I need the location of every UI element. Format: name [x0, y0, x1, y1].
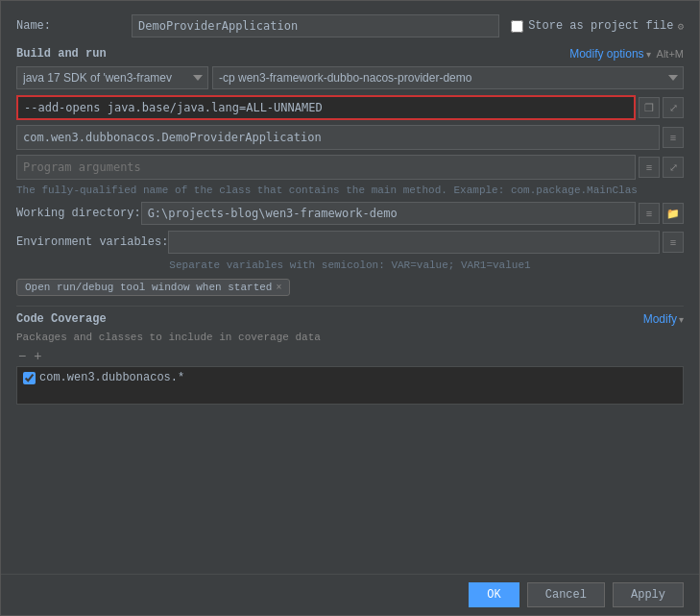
working-dir-input[interactable] — [141, 202, 636, 225]
main-class-copy-icon[interactable]: ≡ — [663, 127, 684, 148]
run-config-dialog: Name: Store as project file ⚙ Build and … — [0, 0, 700, 616]
env-vars-copy-icon[interactable]: ≡ — [663, 232, 684, 253]
vm-options-copy-icon[interactable]: ❐ — [639, 97, 660, 118]
doc-icon-2: ≡ — [646, 161, 652, 173]
modify-options-shortcut: Alt+M — [657, 48, 684, 60]
modify-options-label: Modify options — [569, 47, 643, 61]
coverage-list-item: com.wen3.dubbonacos.* — [23, 371, 677, 384]
name-input[interactable] — [132, 14, 499, 37]
code-coverage-title: Code Coverage — [16, 312, 107, 326]
coverage-item-text: com.wen3.dubbonacos.* — [39, 371, 184, 384]
working-dir-copy-icon[interactable]: ≡ — [639, 203, 660, 224]
coverage-item-checkbox[interactable] — [23, 372, 36, 384]
doc-icon-4: ≡ — [670, 236, 676, 248]
tag-close-button[interactable]: × — [276, 283, 281, 293]
plus-icon: + — [34, 348, 41, 363]
store-project-checkbox[interactable] — [511, 20, 523, 33]
coverage-chevron-icon: ▾ — [679, 314, 684, 325]
doc-icon-3: ≡ — [646, 208, 652, 219]
env-vars-input[interactable] — [168, 231, 660, 254]
name-label: Name: — [16, 19, 132, 33]
gear-icon[interactable]: ⚙ — [677, 20, 684, 33]
coverage-minus-button[interactable]: − — [16, 349, 28, 362]
main-class-input[interactable] — [16, 125, 660, 150]
sdk-dropdown[interactable]: java 17 SDK of 'wen3-framev — [16, 66, 208, 89]
tag-label: Open run/debug tool window when started — [25, 282, 272, 293]
cancel-button[interactable]: Cancel — [527, 582, 605, 607]
coverage-modify-button[interactable]: Modify ▾ — [643, 312, 684, 326]
coverage-toolbar: − + — [16, 349, 684, 362]
expand-icon-2: ⤢ — [669, 161, 678, 174]
apply-button[interactable]: Apply — [613, 582, 684, 607]
code-coverage-section: Code Coverage Modify ▾ Packages and clas… — [16, 312, 684, 405]
coverage-description: Packages and classes to include in cover… — [16, 332, 684, 343]
divider — [16, 306, 684, 307]
vm-options-expand-icon[interactable]: ⤢ — [663, 97, 684, 118]
run-debug-tag: Open run/debug tool window when started … — [16, 279, 290, 296]
working-dir-folder-icon[interactable]: 📁 — [663, 203, 684, 224]
build-run-title: Build and run — [16, 47, 107, 61]
cp-dropdown[interactable]: -cp wen3-framework-dubbo-nacos-provider-… — [212, 66, 684, 89]
minus-icon: − — [18, 348, 26, 363]
program-args-expand-icon[interactable]: ⤢ — [663, 157, 684, 178]
folder-icon: 📁 — [666, 208, 680, 220]
env-vars-label: Environment variables: — [16, 235, 168, 249]
copy-icon: ❐ — [644, 102, 654, 114]
program-args-input[interactable] — [16, 155, 636, 180]
coverage-list: com.wen3.dubbonacos.* — [16, 366, 684, 405]
main-class-hint: The fully-qualified name of the class th… — [16, 185, 684, 196]
store-project-label: Store as project file — [528, 19, 673, 33]
modify-label: Modify — [643, 312, 677, 326]
env-sep-hint: Separate variables with semicolon: VAR=v… — [16, 259, 684, 271]
expand-icon: ⤢ — [669, 102, 678, 114]
chevron-down-icon: ▾ — [646, 49, 651, 60]
coverage-plus-button[interactable]: + — [32, 349, 43, 362]
ok-button[interactable]: OK — [469, 582, 519, 607]
vm-options-input[interactable] — [16, 95, 636, 120]
program-args-copy-icon[interactable]: ≡ — [639, 157, 660, 178]
doc-icon: ≡ — [670, 132, 676, 143]
working-dir-label: Working directory: — [16, 207, 141, 220]
dialog-footer: OK Cancel Apply — [1, 574, 699, 615]
modify-options-button[interactable]: Modify options ▾ Alt+M — [569, 47, 684, 61]
